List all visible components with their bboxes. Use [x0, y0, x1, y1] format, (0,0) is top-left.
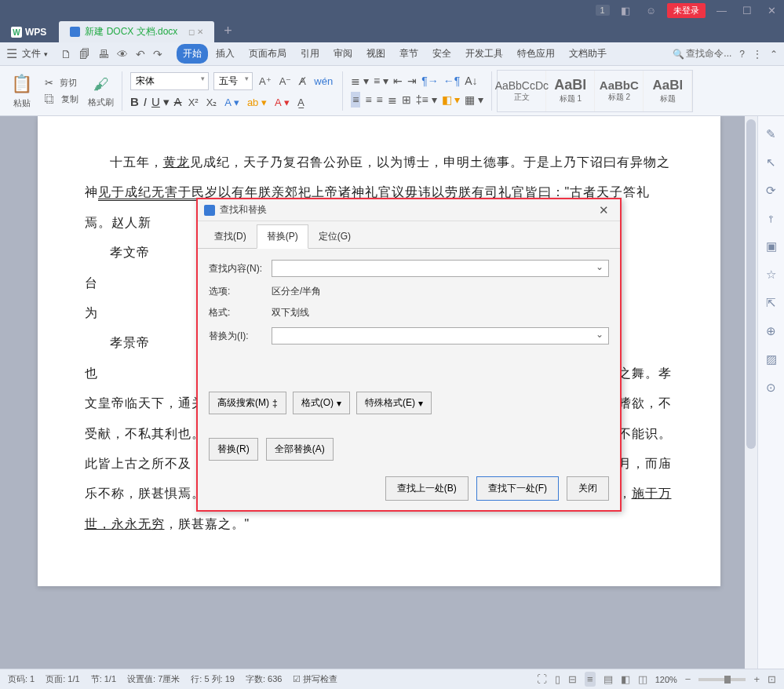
notification-badge[interactable]: 1 [596, 5, 610, 16]
fullscreen-icon[interactable]: ⛶ [537, 673, 547, 685]
zoom-in-icon[interactable]: + [753, 673, 760, 685]
bullets-icon[interactable]: ≣ ▾ [351, 75, 369, 87]
tab-developer[interactable]: 开发工具 [459, 44, 509, 64]
strike-button[interactable]: A [174, 95, 182, 109]
search-commands[interactable]: 🔍 查找命令... [673, 47, 731, 60]
camera-icon[interactable]: ▣ [766, 239, 777, 253]
line-spacing-icon[interactable]: ‡≡ ▾ [416, 93, 437, 106]
print-icon[interactable]: 🖶 [98, 48, 109, 60]
italic-button[interactable]: I [144, 95, 147, 109]
tab-home[interactable]: 开始 [177, 44, 208, 64]
replace-with-input[interactable] [272, 327, 609, 344]
save-icon[interactable]: 🗋 [60, 48, 71, 60]
help-icon[interactable]: ? [739, 49, 745, 60]
outline-icon[interactable]: ⊟ [568, 673, 577, 685]
align-left-icon[interactable]: ≡ [351, 92, 360, 108]
align-center-icon[interactable]: ≡ [365, 93, 371, 106]
web-view-icon[interactable]: ▤ [603, 673, 613, 685]
tab-find[interactable]: 查找(D) [204, 224, 257, 249]
tab-page-layout[interactable]: 页面布局 [242, 44, 293, 64]
font-color-icon[interactable]: A ▾ [273, 95, 291, 110]
hamburger-icon[interactable]: ☰ [6, 46, 17, 61]
advanced-search-button[interactable]: 高级搜索(M)‡ [209, 392, 286, 414]
app-brand[interactable]: W WPS [0, 22, 57, 42]
tab-view[interactable]: 视图 [360, 44, 392, 64]
more-icon[interactable]: ⋮ [753, 49, 762, 60]
indent-value[interactable]: 设置值: 7厘米 [127, 673, 180, 685]
paste-icon[interactable]: 📋 [9, 72, 34, 96]
minimize-icon[interactable]: — [712, 3, 731, 18]
numbering-icon[interactable]: ≡ ▾ [374, 75, 388, 87]
replace-all-button[interactable]: 全部替换(A) [266, 438, 334, 461]
tab-actions[interactable]: ◻ ✕ [188, 27, 203, 36]
styles-gallery[interactable]: AaBbCcDc正文 AaBl标题 1 AaBbC标题 2 AaBl标题 [497, 70, 693, 112]
undo-icon[interactable]: ↶ [136, 48, 145, 60]
indent-left-icon[interactable]: ⇤ [393, 75, 403, 87]
collapse-ribbon-icon[interactable]: ⌃ [770, 49, 778, 60]
underline-button[interactable]: U ▾ [151, 95, 170, 109]
print-preview-icon[interactable]: 👁 [117, 48, 128, 60]
refresh-icon[interactable]: ⟳ [766, 184, 776, 198]
gear-icon[interactable]: ⊙ [766, 381, 776, 395]
tab-security[interactable]: 安全 [426, 44, 458, 64]
subscript-icon[interactable]: X₂ [205, 95, 219, 110]
font-family-combo[interactable]: 宋体 [130, 72, 209, 90]
borders-icon[interactable]: ▦ ▾ [465, 93, 483, 106]
tab-chapter[interactable]: 章节 [393, 44, 425, 64]
shading-icon[interactable]: ◧ ▾ [442, 93, 461, 106]
font-size-combo[interactable]: 五号 [213, 72, 253, 90]
style-normal[interactable]: AaBbCcDc正文 [498, 71, 546, 111]
share-icon[interactable]: ⇱ [766, 296, 776, 310]
format-button[interactable]: 格式(O)▾ [293, 392, 350, 414]
file-menu[interactable]: 文件 ▾ [17, 46, 53, 62]
copy-icon[interactable]: ⿻ [43, 92, 57, 107]
align-right-icon[interactable]: ≡ [377, 93, 383, 106]
distribute-icon[interactable]: ⊞ [402, 93, 411, 106]
grow-font-icon[interactable]: A⁺ [257, 74, 273, 89]
draft-icon[interactable]: ◧ [621, 673, 630, 685]
vertical-scrollbar[interactable] [745, 116, 757, 669]
maximize-icon[interactable]: ☐ [738, 3, 757, 18]
find-next-button[interactable]: 查找下一处(F) [476, 476, 559, 501]
tab-replace[interactable]: 替换(P) [257, 224, 308, 249]
indent-right-icon[interactable]: ⇥ [407, 75, 417, 87]
save-as-icon[interactable]: 🗐 [79, 48, 90, 60]
replace-button[interactable]: 替换(R) [209, 438, 258, 461]
char-border-icon[interactable]: A̲ [296, 95, 306, 110]
tab-goto[interactable]: 定位(G) [308, 224, 361, 249]
text-effects-icon[interactable]: A ▾ [223, 95, 241, 110]
image-icon[interactable]: ▨ [766, 352, 777, 366]
page-count[interactable]: 页面: 1/1 [46, 673, 79, 685]
redo-icon[interactable]: ↷ [153, 48, 162, 60]
section[interactable]: 节: 1/1 [91, 673, 116, 685]
word-count[interactable]: 字数: 636 [246, 673, 282, 685]
shrink-font-icon[interactable]: A⁻ [278, 74, 294, 89]
pencil-icon[interactable]: ✎ [766, 127, 776, 141]
tab-special[interactable]: 特色应用 [511, 44, 561, 64]
chart-icon[interactable]: ⫯ [768, 212, 775, 225]
zoom-out-icon[interactable]: − [685, 673, 691, 685]
clear-format-icon[interactable]: A̸ [297, 74, 308, 89]
page-number[interactable]: 页码: 1 [8, 673, 35, 685]
scrollbar-thumb[interactable] [746, 119, 756, 449]
tool-icon[interactable]: ⊕ [766, 324, 776, 338]
align-justify-icon[interactable]: ≣ [388, 93, 397, 106]
bold-button[interactable]: B [130, 95, 139, 109]
style-heading2[interactable]: AaBbC标题 2 [595, 71, 644, 111]
fit-icon[interactable]: ⊡ [768, 673, 776, 685]
close-window-icon[interactable]: ✕ [763, 3, 781, 18]
login-button[interactable]: 未登录 [667, 3, 706, 18]
style-title[interactable]: AaBl标题 [644, 71, 692, 111]
zoom-slider[interactable] [698, 678, 746, 681]
find-prev-button[interactable]: 查找上一处(B) [385, 476, 469, 501]
add-tab-button[interactable]: + [214, 20, 242, 42]
skin-icon[interactable]: ◧ [616, 3, 635, 18]
feedback-icon[interactable]: ☺ [641, 3, 661, 18]
dialog-titlebar[interactable]: 查找和替换 ✕ [198, 199, 620, 221]
cursor-icon[interactable]: ↖ [766, 155, 776, 170]
spell-check[interactable]: ☑ 拼写检查 [293, 673, 337, 685]
find-content-input[interactable] [272, 260, 609, 277]
read-view-icon[interactable]: ▯ [555, 673, 560, 685]
star-icon[interactable]: ☆ [766, 268, 776, 282]
dialog-close-icon[interactable]: ✕ [594, 202, 614, 219]
